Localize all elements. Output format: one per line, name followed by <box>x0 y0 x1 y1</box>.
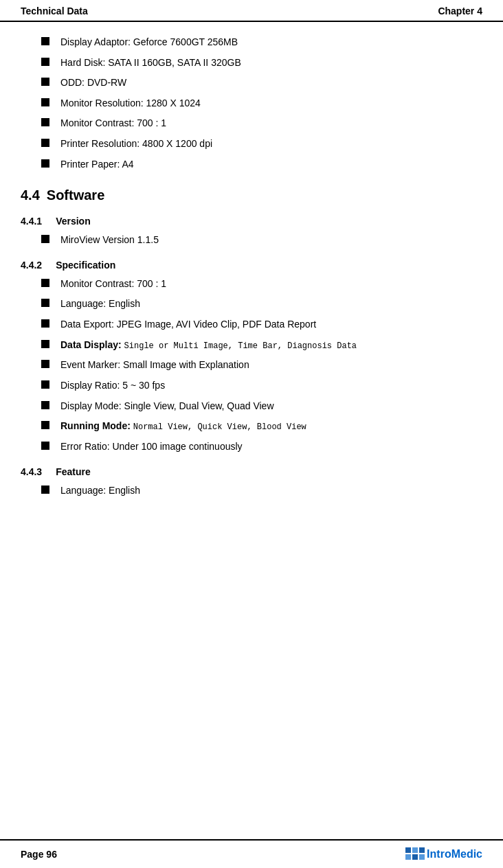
subsection-441-number: 4.4.1 <box>21 216 42 227</box>
bullet-icon <box>41 78 49 86</box>
top-bullet-list: Display Adaptor: Geforce 7600GT 256MBHar… <box>21 36 482 171</box>
bullet-icon <box>41 319 49 328</box>
list-item: Event Marker: Small Image with Explanati… <box>21 358 482 372</box>
svg-rect-4 <box>412 854 418 860</box>
intromedic-logo-icon <box>405 847 425 861</box>
bullet-icon <box>41 340 49 348</box>
list-item: Data Export: JPEG Image, AVI Video Clip,… <box>21 318 482 332</box>
subsection-442: 4.4.2 Specification Monitor Contrast: 70… <box>21 260 482 454</box>
bullet-icon <box>41 401 49 409</box>
list-item: Display Adaptor: Geforce 7600GT 256MB <box>21 36 482 49</box>
list-item: ODD: DVD-RW <box>21 76 482 90</box>
subsection-443-title: Feature <box>56 466 91 477</box>
list-item: Display Mode: Single View, Dual View, Qu… <box>21 400 482 413</box>
bullet-text: MiroView Version 1.1.5 <box>60 233 159 247</box>
subsection-442-heading: 4.4.2 Specification <box>21 260 482 271</box>
footer-logo: IntroMedic <box>405 847 482 861</box>
bullet-text: Language: English <box>60 297 140 311</box>
bullet-icon <box>41 486 49 494</box>
list-item: Language: English <box>21 484 482 498</box>
list-item: MiroView Version 1.1.5 <box>21 233 482 247</box>
bullet-icon <box>41 380 49 389</box>
footer-logo-text: IntroMedic <box>427 848 482 860</box>
bullet-icon <box>41 442 49 450</box>
bullet-text: Data Display: Single or Multi Image, Tim… <box>60 339 357 352</box>
list-item: Printer Resolution: 4800 X 1200 dpi <box>21 137 482 151</box>
bullet-text: Display Ratio: 5 ~ 30 fps <box>60 379 165 393</box>
subsection-443-number: 4.4.3 <box>21 466 42 477</box>
bullet-icon <box>41 58 49 66</box>
subsection-442-bullets: Monitor Contrast: 700 : 1 Language: Engl… <box>21 277 482 454</box>
bullet-text: ODD: DVD-RW <box>60 76 126 90</box>
list-item: Display Ratio: 5 ~ 30 fps <box>21 379 482 393</box>
section-44-heading: 4.4 Software <box>21 187 482 203</box>
bullet-text: Monitor Resolution: 1280 X 1024 <box>60 97 201 111</box>
list-item: Hard Disk: SATA II 160GB, SATA II 320GB <box>21 56 482 70</box>
footer-page-label: Page 96 <box>21 849 57 860</box>
list-item: Printer Paper: A4 <box>21 158 482 172</box>
header-right: Chapter 4 <box>438 5 482 16</box>
bullet-text: Data Export: JPEG Image, AVI Video Clip,… <box>60 318 316 332</box>
bullet-icon <box>41 279 49 287</box>
bullet-text: Display Mode: Single View, Dual View, Qu… <box>60 400 274 413</box>
subsection-441-title: Version <box>56 216 91 227</box>
bullet-text: Monitor Contrast: 700 : 1 <box>60 117 166 130</box>
list-item: Error Ratio: Under 100 image continuousl… <box>21 440 482 454</box>
header-left: Technical Data <box>21 5 88 16</box>
bullet-icon <box>41 118 49 126</box>
page-header: Technical Data Chapter 4 <box>0 0 503 22</box>
subsection-441: 4.4.1 Version MiroView Version 1.1.5 <box>21 216 482 247</box>
svg-rect-3 <box>405 854 411 860</box>
list-item: Monitor Resolution: 1280 X 1024 <box>21 97 482 111</box>
subsection-441-heading: 4.4.1 Version <box>21 216 482 227</box>
bullet-text: Printer Paper: A4 <box>60 158 134 172</box>
bullet-icon <box>41 235 49 243</box>
bullet-icon <box>41 98 49 106</box>
section-44: 4.4 Software 4.4.1 Version MiroView Vers… <box>21 187 482 497</box>
section-44-number: 4.4 <box>21 187 40 203</box>
subsection-441-bullets: MiroView Version 1.1.5 <box>21 233 482 247</box>
list-item: Running Mode: Normal View, Quick View, B… <box>21 420 482 433</box>
bullet-text: Printer Resolution: 4800 X 1200 dpi <box>60 137 212 151</box>
subsection-443-bullets: Language: English <box>21 484 482 498</box>
main-content: Display Adaptor: Geforce 7600GT 256MBHar… <box>0 22 503 545</box>
svg-rect-1 <box>412 847 418 853</box>
svg-rect-2 <box>419 847 425 853</box>
subsection-443-heading: 4.4.3 Feature <box>21 466 482 477</box>
bullet-icon <box>41 37 49 45</box>
page-container: Technical Data Chapter 4 Display Adaptor… <box>0 0 503 868</box>
bullet-icon <box>41 159 49 168</box>
page-footer: Page 96 IntroMedic <box>0 839 503 868</box>
svg-rect-5 <box>419 854 425 860</box>
list-item: Monitor Contrast: 700 : 1 <box>21 117 482 130</box>
bullet-icon <box>41 299 49 307</box>
bullet-text: Hard Disk: SATA II 160GB, SATA II 320GB <box>60 56 241 70</box>
subsection-442-number: 4.4.2 <box>21 260 42 271</box>
list-item: Language: English <box>21 297 482 311</box>
bullet-text: Error Ratio: Under 100 image continuousl… <box>60 440 243 454</box>
bullet-text: Language: English <box>60 484 140 498</box>
bullet-text: Monitor Contrast: 700 : 1 <box>60 277 166 291</box>
bullet-icon <box>41 360 49 368</box>
bullet-icon <box>41 421 49 429</box>
bullet-text: Running Mode: Normal View, Quick View, B… <box>60 420 306 433</box>
list-item: Monitor Contrast: 700 : 1 <box>21 277 482 291</box>
bullet-text: Display Adaptor: Geforce 7600GT 256MB <box>60 36 238 49</box>
bullet-text: Event Marker: Small Image with Explanati… <box>60 358 249 372</box>
section-44-title: Software <box>40 187 104 203</box>
svg-rect-0 <box>405 847 411 853</box>
bullet-icon <box>41 139 49 147</box>
subsection-442-title: Specification <box>56 260 115 271</box>
list-item: Data Display: Single or Multi Image, Tim… <box>21 339 482 352</box>
subsection-443: 4.4.3 Feature Language: English <box>21 466 482 498</box>
